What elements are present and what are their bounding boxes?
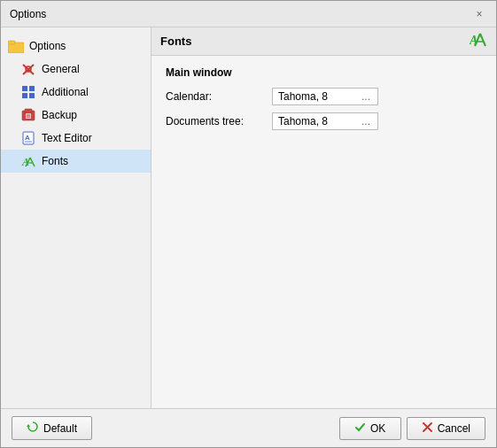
main-content: Fonts A Main window Calendar: Tahoma, 8 [151, 27, 496, 408]
svg-rect-11 [26, 113, 31, 119]
sidebar-root[interactable]: Options [1, 35, 151, 58]
calendar-ellipsis[interactable]: ... [360, 90, 372, 103]
sidebar-item-label: Fonts [42, 155, 68, 167]
footer-right: OK Cancel [339, 417, 485, 440]
svg-rect-6 [29, 86, 35, 91]
backup-icon [20, 107, 36, 123]
cancel-button[interactable]: Cancel [407, 417, 485, 440]
fonts-icon: A [20, 153, 36, 169]
svg-rect-8 [29, 93, 35, 98]
svg-marker-25 [27, 424, 30, 427]
section-fonts-icon: A [470, 32, 487, 51]
calendar-row: Calendar: Tahoma, 8 ... [166, 88, 482, 105]
calendar-value: Tahoma, 8 [278, 90, 328, 103]
svg-line-18 [30, 158, 35, 166]
sidebar-item-label: Additional [42, 86, 89, 98]
sidebar-item-label: General [42, 63, 80, 75]
documents-tree-row: Documents tree: Tahoma, 8 ... [166, 112, 482, 130]
sidebar: Options General [1, 27, 151, 408]
sidebar-item-additional[interactable]: Additional [1, 81, 151, 104]
refresh-icon [27, 421, 39, 436]
additional-icon [20, 84, 36, 100]
options-dialog: Options × Options [0, 0, 497, 448]
section-title: Fonts [160, 35, 191, 48]
calendar-label: Calendar: [166, 90, 272, 103]
calendar-value-box[interactable]: Tahoma, 8 ... [272, 88, 378, 105]
footer-left: Default [12, 416, 92, 440]
section-body: Main window Calendar: Tahoma, 8 ... Docu… [151, 56, 496, 408]
documents-tree-ellipsis[interactable]: ... [360, 115, 372, 127]
dialog-body: Options General [1, 27, 496, 408]
cancel-icon [422, 421, 433, 436]
folder-icon [8, 38, 24, 54]
cancel-label: Cancel [438, 422, 470, 435]
dialog-title: Options [10, 8, 46, 20]
sidebar-item-general[interactable]: General [1, 58, 151, 81]
documents-tree-label: Documents tree: [166, 115, 272, 127]
title-bar: Options × [1, 1, 496, 27]
ok-label: OK [370, 422, 385, 435]
svg-rect-7 [22, 93, 27, 98]
sidebar-item-backup[interactable]: Backup [1, 104, 151, 127]
documents-tree-value: Tahoma, 8 [278, 115, 328, 127]
dialog-footer: Default OK Cancel [1, 408, 496, 447]
svg-text:A: A [25, 134, 30, 142]
sidebar-item-label: Text Editor [42, 132, 92, 144]
sub-header: Main window [166, 66, 482, 79]
section-header: Fonts A [151, 27, 496, 56]
svg-rect-5 [22, 86, 27, 91]
svg-line-22 [480, 34, 485, 46]
default-label: Default [43, 422, 77, 435]
texteditor-icon: A [20, 130, 36, 146]
close-button[interactable]: × [471, 6, 487, 22]
svg-rect-10 [25, 109, 32, 113]
documents-tree-value-box[interactable]: Tahoma, 8 ... [272, 112, 378, 130]
general-icon [20, 61, 36, 77]
ok-icon [354, 421, 366, 436]
svg-rect-1 [8, 41, 15, 44]
sidebar-item-label: Backup [42, 109, 77, 121]
sidebar-root-label: Options [29, 40, 66, 52]
sidebar-item-texteditor[interactable]: A Text Editor [1, 127, 151, 150]
default-button[interactable]: Default [12, 416, 92, 440]
ok-button[interactable]: OK [339, 417, 401, 440]
sidebar-item-fonts[interactable]: A Fonts [1, 150, 151, 173]
